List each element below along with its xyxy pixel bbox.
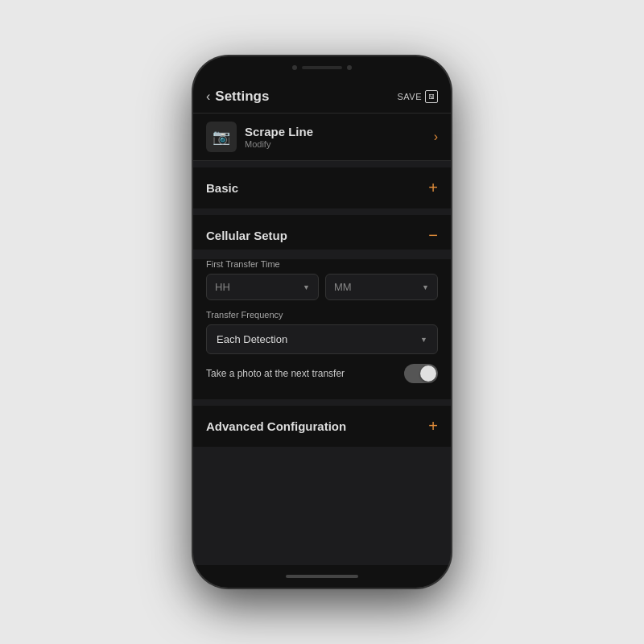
- transfer-freq-arrow-icon: ▼: [420, 336, 427, 344]
- transfer-freq-dropdown[interactable]: Each Detection ▼: [206, 324, 438, 354]
- photo-label: Take a photo at the next transfer: [206, 368, 345, 379]
- transfer-freq-label: Transfer Frequency: [206, 310, 438, 320]
- cellular-section-content: First Transfer Time HH ▼ MM ▼ Transfer F…: [193, 259, 451, 399]
- time-dropdowns-row: HH ▼ MM ▼: [206, 274, 438, 300]
- phone-frame: ‹ Settings SAVE 🖫 📷 Scrape Line Modify: [193, 56, 451, 588]
- hour-dropdown[interactable]: HH ▼: [206, 274, 319, 300]
- notch: [292, 65, 352, 70]
- minute-dropdown[interactable]: MM ▼: [325, 274, 438, 300]
- basic-section-header[interactable]: Basic +: [193, 167, 451, 208]
- first-transfer-label: First Transfer Time: [206, 259, 438, 269]
- header-left: ‹ Settings: [206, 89, 269, 105]
- device-text: Scrape Line Modify: [245, 125, 313, 149]
- photo-toggle[interactable]: [404, 364, 438, 383]
- advanced-section-title: Advanced Configuration: [206, 419, 346, 433]
- save-label: SAVE: [397, 92, 422, 101]
- page-title: Settings: [215, 89, 269, 105]
- save-icon: 🖫: [425, 90, 438, 103]
- home-indicator: [286, 575, 358, 578]
- save-button[interactable]: SAVE 🖫: [397, 90, 438, 103]
- app-header: ‹ Settings SAVE 🖫: [193, 79, 451, 114]
- speaker-bar: [302, 66, 342, 69]
- device-sub-label: Modify: [245, 139, 313, 149]
- camera-dot: [292, 65, 297, 70]
- basic-expand-icon[interactable]: +: [428, 179, 438, 197]
- hour-dropdown-arrow-icon: ▼: [303, 283, 310, 291]
- device-info: 📷 Scrape Line Modify: [206, 122, 313, 152]
- device-icon: 📷: [206, 122, 237, 152]
- status-bar: [193, 56, 451, 79]
- device-name: Scrape Line: [245, 125, 313, 138]
- cellular-section-title: Cellular Setup: [206, 229, 287, 242]
- toggle-knob: [420, 365, 436, 382]
- sensor-dot: [347, 65, 352, 70]
- minute-dropdown-arrow-icon: ▼: [422, 283, 429, 291]
- cellular-collapse-icon[interactable]: −: [428, 226, 438, 245]
- device-row[interactable]: 📷 Scrape Line Modify ›: [193, 114, 451, 161]
- basic-section-title: Basic: [206, 181, 238, 195]
- hour-placeholder: HH: [215, 281, 230, 293]
- device-chevron-icon: ›: [434, 130, 438, 144]
- photo-toggle-row: Take a photo at the next transfer: [206, 354, 438, 386]
- advanced-expand-icon[interactable]: +: [428, 417, 438, 436]
- cellular-section-header[interactable]: Cellular Setup −: [193, 215, 451, 250]
- bottom-bar: [193, 565, 451, 588]
- screen-content: ‹ Settings SAVE 🖫 📷 Scrape Line Modify: [193, 79, 451, 565]
- phone-screen: ‹ Settings SAVE 🖫 📷 Scrape Line Modify: [193, 56, 451, 588]
- transfer-freq-value: Each Detection: [217, 333, 287, 345]
- minute-placeholder: MM: [334, 281, 352, 293]
- back-button[interactable]: ‹: [206, 89, 210, 104]
- advanced-section-header[interactable]: Advanced Configuration +: [193, 406, 451, 447]
